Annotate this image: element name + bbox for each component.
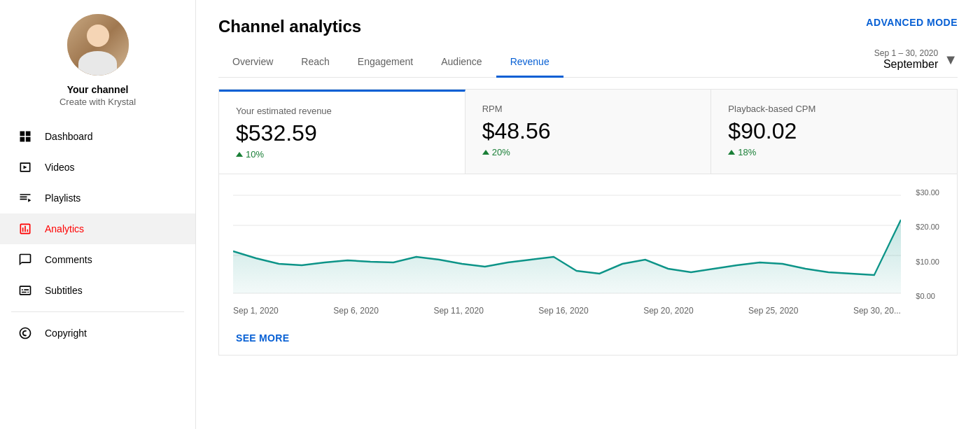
stat-change: 10%	[236, 149, 448, 160]
nav-list: Dashboard Videos Playlists	[0, 121, 195, 349]
revenue-chart	[233, 188, 901, 300]
chevron-down-icon: ▼	[944, 52, 958, 68]
comments-icon	[17, 251, 34, 268]
chart-container: $30.00 $20.00 $10.00 $0.00 Sep 1, 2020 S…	[218, 174, 958, 356]
stat-label: RPM	[482, 104, 694, 114]
stat-change-value: 10%	[246, 149, 264, 160]
stat-label: Your estimated revenue	[236, 106, 448, 116]
avatar-image	[67, 14, 129, 76]
stat-card-revenue: Your estimated revenue $532.59 10%	[219, 90, 465, 174]
stat-value: $532.59	[236, 120, 448, 146]
avatar	[67, 14, 129, 76]
sidebar-item-copyright[interactable]: Copyright	[0, 318, 195, 349]
advanced-mode-button[interactable]: ADVANCED MODE	[866, 17, 958, 28]
y-label-20: $20.00	[916, 223, 939, 231]
tab-overview[interactable]: Overview	[218, 48, 287, 78]
see-more-button[interactable]: SEE MORE	[219, 324, 306, 355]
tab-engagement[interactable]: Engagement	[344, 48, 427, 78]
y-label-30: $30.00	[916, 188, 939, 197]
sidebar-item-label: Subtitles	[45, 285, 83, 296]
x-label-sep16: Sep 16, 2020	[538, 306, 588, 316]
chart-area: $30.00 $20.00 $10.00 $0.00	[233, 188, 901, 300]
sidebar-item-label: Playlists	[45, 192, 80, 204]
date-range-label: Sep 1 – 30, 2020	[874, 48, 938, 58]
stat-label: Playback-based CPM	[728, 104, 940, 114]
tab-reach[interactable]: Reach	[287, 48, 343, 78]
tabs-bar: Overview Reach Engagement Audience Reven…	[218, 48, 958, 78]
stat-change-value: 18%	[738, 147, 756, 157]
analytics-icon	[17, 220, 34, 237]
videos-icon	[17, 159, 34, 176]
sidebar-item-comments[interactable]: Comments	[0, 244, 195, 275]
copyright-icon	[17, 325, 34, 342]
arrow-up-icon	[482, 150, 489, 155]
sidebar-item-label: Analytics	[45, 223, 84, 234]
arrow-up-icon	[236, 152, 243, 157]
page-header: Channel analytics ADVANCED MODE	[218, 17, 958, 36]
stat-change: 20%	[482, 147, 694, 157]
y-label-10: $10.00	[916, 258, 939, 266]
sidebar-item-subtitles[interactable]: Subtitles	[0, 275, 195, 306]
x-label-sep25: Sep 25, 2020	[748, 306, 798, 316]
main-content: Channel analytics ADVANCED MODE Overview…	[196, 0, 980, 429]
x-label-sep1: Sep 1, 2020	[233, 306, 279, 316]
x-label-sep20: Sep 20, 2020	[643, 306, 693, 316]
y-label-0: $0.00	[916, 292, 939, 300]
stat-card-rpm: RPM $48.56 20%	[465, 90, 712, 174]
date-range-value: September	[883, 58, 938, 70]
sidebar: Your channel Create with Krystal Dashboa…	[0, 0, 196, 429]
chart-x-labels: Sep 1, 2020 Sep 6, 2020 Sep 11, 2020 Sep…	[219, 300, 915, 324]
sidebar-divider	[11, 311, 184, 312]
playlists-icon	[17, 190, 34, 206]
sidebar-item-label: Comments	[45, 254, 92, 265]
sidebar-item-playlists[interactable]: Playlists	[0, 183, 195, 213]
stat-card-cpm: Playback-based CPM $90.02 18%	[711, 90, 957, 174]
dashboard-icon	[17, 128, 34, 145]
sidebar-item-dashboard[interactable]: Dashboard	[0, 121, 195, 152]
date-picker-inner: Sep 1 – 30, 2020 September	[874, 48, 938, 71]
sidebar-item-label: Copyright	[45, 328, 87, 339]
tab-audience[interactable]: Audience	[427, 48, 496, 78]
page-title: Channel analytics	[218, 17, 361, 36]
channel-subtitle: Create with Krystal	[59, 97, 136, 107]
stats-row: Your estimated revenue $532.59 10% RPM $…	[218, 89, 958, 174]
stat-value: $48.56	[482, 118, 694, 144]
stat-value: $90.02	[728, 118, 940, 144]
x-label-sep6: Sep 6, 2020	[333, 306, 379, 316]
tabs-list: Overview Reach Engagement Audience Reven…	[218, 48, 564, 77]
tab-revenue[interactable]: Revenue	[496, 48, 564, 78]
subtitles-icon	[17, 282, 34, 299]
channel-name: Your channel	[67, 84, 129, 95]
sidebar-item-analytics[interactable]: Analytics	[0, 213, 195, 244]
sidebar-item-label: Videos	[45, 162, 75, 173]
arrow-up-icon	[728, 150, 735, 155]
x-label-sep11: Sep 11, 2020	[433, 306, 483, 316]
stat-change: 18%	[728, 147, 940, 157]
sidebar-item-label: Dashboard	[45, 131, 93, 142]
x-label-sep30: Sep 30, 20...	[853, 306, 901, 316]
stat-change-value: 20%	[492, 147, 510, 157]
date-picker[interactable]: Sep 1 – 30, 2020 September ▼	[874, 48, 958, 76]
sidebar-item-videos[interactable]: Videos	[0, 152, 195, 183]
